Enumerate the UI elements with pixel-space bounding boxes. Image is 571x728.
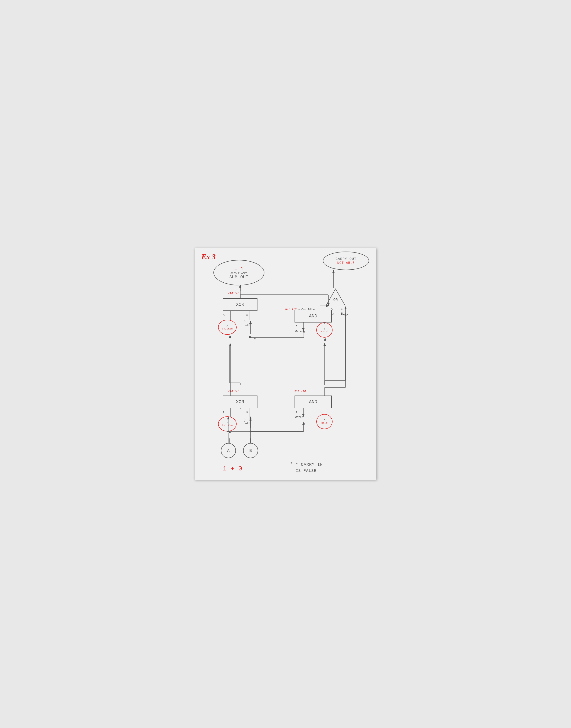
bike-label: Bike — [341, 312, 348, 316]
page: Ex 3 CARRY OUT NOT ABLE = 1 ONES PLACES … — [195, 248, 376, 480]
svg-marker-58 — [229, 343, 231, 346]
and2-a-label: A — [296, 411, 298, 414]
or-gate: OR — [325, 288, 346, 307]
is-false-label: IS FALSE — [296, 469, 317, 473]
svg-point-72 — [250, 430, 251, 432]
page-title: Ex 3 — [201, 252, 216, 261]
svg-marker-39 — [332, 270, 335, 273]
dot-a2 — [229, 431, 231, 433]
a-water1-label: Water — [295, 330, 303, 333]
carry-out-label: CARRY OUT — [336, 257, 356, 261]
and2-b-label: B — [320, 411, 321, 414]
xor1-b-label: B — [246, 313, 248, 317]
svg-marker-70 — [302, 422, 305, 425]
no-ice2-label: NO ICE — [295, 389, 307, 393]
svg-marker-37 — [239, 285, 241, 288]
b-fish2-label: BFish — [244, 418, 250, 424]
dot-a1 — [229, 336, 231, 338]
and1-gate: AND — [295, 310, 332, 322]
diagram-lines-2 — [195, 248, 376, 480]
and2-gate: AND — [295, 396, 332, 408]
svg-text:OR: OR — [333, 298, 338, 302]
svg-marker-22 — [303, 421, 305, 424]
valid1-label: VALID — [227, 291, 238, 295]
svg-marker-27 — [324, 343, 326, 346]
xor1-gate: XOR — [223, 298, 257, 311]
a-water2-label: Water — [295, 416, 303, 419]
sum-out-text: SUM OUT — [229, 275, 249, 279]
b-cold2-circle: B Cold — [316, 414, 333, 429]
carry-in-asterisk1: * — [253, 337, 256, 343]
and1-a-label: A — [296, 325, 298, 328]
not-able-label: NOT ABLE — [337, 261, 355, 265]
sum-ones: ONES PLACES — [231, 272, 247, 275]
sum-out-ellipse: = 1 ONES PLACES SUM OUT — [213, 260, 264, 285]
svg-marker-33 — [326, 289, 345, 305]
valid2-label: VALID — [227, 389, 238, 394]
diagram-lines — [195, 248, 376, 480]
svg-marker-60 — [324, 337, 326, 340]
b-input-circle: B — [243, 443, 258, 458]
b-cold1-circle: B Cold — [316, 322, 333, 337]
a-chicken1-circle: A ChicKen — [218, 320, 237, 335]
xor2-gate: XOR — [223, 396, 257, 408]
xor1-a-label: A — [223, 313, 225, 317]
xor2-b-label: B — [246, 411, 248, 414]
or-b-label: B — [341, 307, 343, 311]
dot-b1 — [250, 336, 251, 338]
carry-out-ellipse: CARRY OUT NOT ABLE — [323, 251, 369, 270]
xor2-a-label: A — [223, 411, 225, 414]
sum-expression: 1 + 0 — [223, 465, 242, 472]
a-chicken2-circle: A ChicKen — [218, 416, 237, 431]
b-fish1-label: BFish — [244, 320, 250, 327]
sum-eq: = 1 — [234, 266, 244, 272]
a-input-circle: A — [221, 443, 236, 458]
carry-in-label: * * CARRY IN — [290, 461, 323, 467]
